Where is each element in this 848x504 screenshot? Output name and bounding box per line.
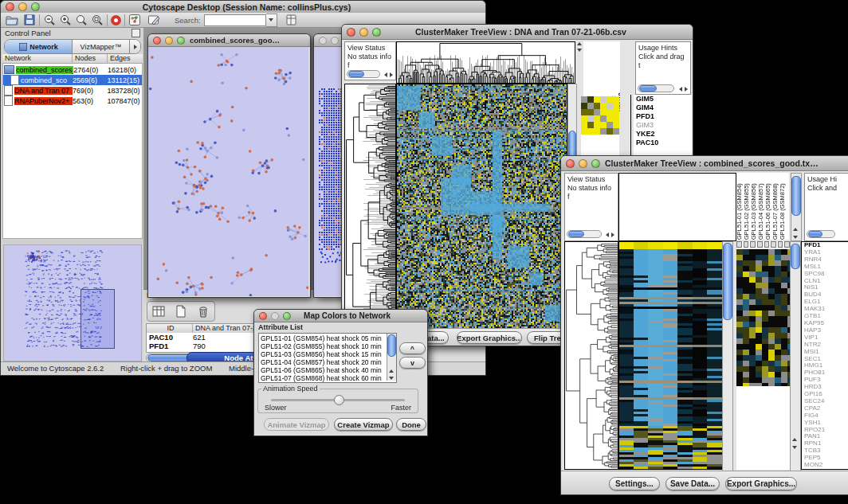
- minimize-button[interactable]: [359, 28, 368, 37]
- network-row-combined-sco-selected[interactable]: combined_sco 2569(6) 13112(15): [3, 75, 142, 85]
- network-view-title: combined_scores_good.txt--cluste...: [185, 36, 286, 45]
- float-panel-icon[interactable]: [132, 29, 140, 37]
- attribute-list-item[interactable]: GPL51-03 (GSM856) heat shock 15 min: [261, 350, 396, 358]
- animation-speed-group: Animation Speed Slower Faster: [257, 385, 418, 413]
- zoom-button[interactable]: [591, 159, 600, 168]
- animate-vizmap-button[interactable]: Animate Vizmap: [264, 418, 329, 431]
- zoom-out-icon[interactable]: [43, 14, 56, 26]
- tv2-button-bar: Settings... Save Data... Export Graphics…: [561, 471, 848, 494]
- col-header-edges[interactable]: Edges: [108, 54, 143, 63]
- move-up-button[interactable]: ^: [399, 342, 426, 354]
- data-col-id[interactable]: ID: [147, 324, 193, 333]
- minimize-button[interactable]: [165, 37, 173, 45]
- gene-list-item[interactable]: PAC10: [636, 139, 692, 147]
- export-graphics-button[interactable]: Export Graphics...: [725, 477, 797, 490]
- search-input[interactable]: [204, 14, 266, 26]
- tv1-status-hscrollbar[interactable]: [347, 70, 380, 78]
- zoom-button[interactable]: [177, 37, 185, 45]
- gene-list-item[interactable]: GIM3: [636, 121, 692, 130]
- minimize-button[interactable]: [579, 159, 587, 168]
- export-graphics-button[interactable]: Export Graphics...: [457, 331, 522, 344]
- save-data-button[interactable]: Save Data...: [665, 477, 720, 490]
- table-import-icon[interactable]: [285, 14, 298, 26]
- tv1-row-dendrogram[interactable]: [344, 84, 396, 329]
- close-button[interactable]: [6, 2, 14, 11]
- window-controls: [6, 2, 40, 11]
- column-label[interactable]: GPL51-08 (GSM872): [779, 173, 787, 240]
- search-dropdown-arrow[interactable]: [266, 14, 277, 27]
- tv1-mini-scroll-arrows[interactable]: [576, 42, 583, 58]
- tv2-usage-hscrollbar[interactable]: [807, 230, 835, 238]
- gene-list-item[interactable]: MON2: [804, 462, 848, 469]
- annotation-icon[interactable]: [147, 14, 160, 26]
- data-panel-toolbar: [147, 301, 215, 322]
- close-button[interactable]: [566, 159, 575, 168]
- tv2-view-status-panel: View Status No status info f: [564, 173, 618, 241]
- minimize-button[interactable]: [18, 2, 27, 11]
- help-lifering-icon[interactable]: [111, 15, 121, 25]
- tv2-status-hscrollbar[interactable]: [567, 230, 602, 238]
- tv1-mini-matrix-canvas[interactable]: [581, 96, 619, 135]
- tv2-mini-heatmap-canvas[interactable]: [736, 249, 790, 386]
- tv2-heatmap-canvas[interactable]: [618, 241, 723, 470]
- network-overview-canvas[interactable]: [3, 244, 142, 361]
- new-attribute-icon[interactable]: [174, 304, 188, 318]
- open-folder-icon[interactable]: [6, 14, 18, 26]
- tab-network[interactable]: Network: [5, 40, 73, 53]
- tv2-heatmap-vscrollbar[interactable]: [722, 241, 733, 471]
- network-graph-canvas[interactable]: [148, 47, 308, 296]
- control-panel-tabs: Network VizMapper™: [4, 39, 141, 54]
- treeview1-title: ClusterMaker TreeView : DNA and Tran 07-…: [381, 27, 661, 37]
- zoom-button[interactable]: [31, 2, 40, 11]
- network-tool-icon[interactable]: [128, 14, 141, 26]
- zoom-selected-icon[interactable]: [75, 14, 88, 26]
- close-button[interactable]: [319, 37, 327, 45]
- col-header-network[interactable]: Network: [2, 54, 73, 63]
- attribute-list-vscrollbar[interactable]: [387, 334, 396, 381]
- create-vizmap-button[interactable]: Create Vizmap: [334, 418, 393, 431]
- slider-thumb[interactable]: [334, 395, 344, 405]
- attribute-list-item[interactable]: GPL51-06 (GSM865) heat shock 40 min: [261, 366, 396, 374]
- save-icon[interactable]: [23, 14, 36, 26]
- network-row-dna-tran[interactable]: DNA and Tran 07 769(0) 183728(0): [3, 85, 142, 96]
- network-view-window: combined_scores_good.txt--cluste...: [147, 33, 311, 298]
- gene-list-item[interactable]: GIM4: [636, 104, 692, 112]
- tv2-row-dendrogram[interactable]: [564, 241, 618, 470]
- settings-button[interactable]: Settings...: [609, 477, 660, 490]
- tab-overflow-button[interactable]: [130, 40, 140, 53]
- panel-splitter[interactable]: [2, 239, 143, 244]
- done-button[interactable]: Done: [396, 418, 426, 431]
- zoom-button[interactable]: [283, 312, 291, 320]
- close-button[interactable]: [153, 37, 161, 45]
- attribute-list-item[interactable]: GPL51-07 (GSM868) heat shock 60 min: [261, 374, 396, 382]
- tv1-heatmap-canvas[interactable]: [396, 84, 567, 329]
- tv2-labels-vscrollbar[interactable]: [791, 173, 802, 241]
- minimize-button[interactable]: [331, 37, 339, 45]
- gene-list-item[interactable]: PFD1: [636, 112, 692, 121]
- gene-list-item[interactable]: YKE2: [636, 130, 692, 139]
- tv2-column-dendrogram-area[interactable]: [618, 173, 736, 241]
- tv1-column-dendrogram[interactable]: [396, 41, 575, 84]
- map-dialog-title: Map Colors to Network: [291, 311, 403, 320]
- network-row-rnapuber[interactable]: RNAPuberNov2+ 563(0) 107847(0): [3, 96, 142, 106]
- zoom-fit-icon[interactable]: [91, 14, 104, 26]
- delete-attribute-trash-icon[interactable]: [196, 304, 210, 318]
- move-down-button[interactable]: v: [399, 357, 426, 369]
- zoom-in-icon[interactable]: [59, 14, 72, 26]
- tv2-usage-hints-panel: Usage Hi Click and: [804, 173, 848, 241]
- attribute-list-item[interactable]: GPL51-02 (GSM855) heat shock 10 min: [261, 342, 396, 350]
- attribute-list-item[interactable]: GPL51-04 (GSM857) heat shock 20 min: [261, 358, 396, 366]
- network-row-combined-scores[interactable]: combined_scores_ 2764(0) 16218(0): [3, 64, 142, 75]
- tab-vizmapper[interactable]: VizMapper™: [73, 40, 130, 53]
- tv2-genelist-vscrollbar[interactable]: [790, 241, 801, 471]
- close-button[interactable]: [347, 28, 355, 37]
- select-attributes-icon[interactable]: [151, 304, 166, 318]
- close-button[interactable]: [259, 312, 267, 320]
- zoom-button[interactable]: [372, 28, 381, 37]
- attribute-list-item[interactable]: GPL51-01 (GSM854) heat shock 05 min: [261, 334, 396, 342]
- col-header-nodes[interactable]: Nodes: [73, 54, 108, 63]
- gene-list-item[interactable]: GIM5: [636, 95, 692, 104]
- tv1-usage-hscrollbar[interactable]: [638, 84, 674, 92]
- minimize-button: [271, 312, 279, 320]
- main-titlebar[interactable]: Cytoscape Desktop (Session Name: collins…: [1, 1, 485, 14]
